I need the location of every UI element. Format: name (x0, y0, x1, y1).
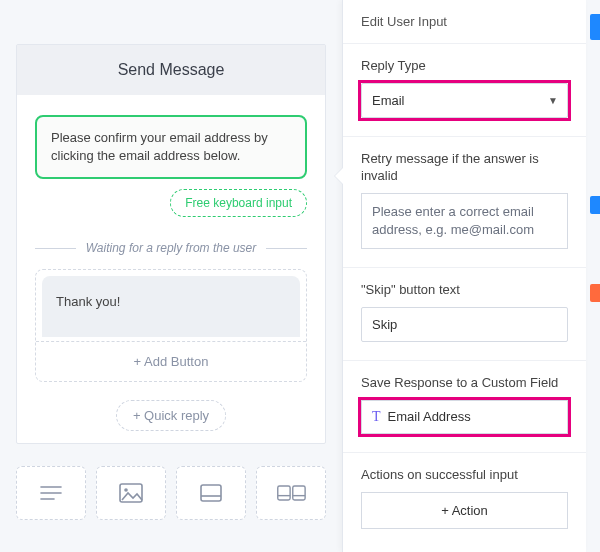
gallery-icon (276, 482, 306, 504)
top-bar (0, 0, 342, 44)
custom-field-select[interactable]: T Email Address (361, 400, 568, 434)
offscreen-badge (590, 284, 600, 302)
thanks-card[interactable]: Thank you! + Add Button (35, 269, 307, 382)
offscreen-badge (590, 196, 600, 214)
add-action-button[interactable]: + Action (361, 492, 568, 529)
skip-text-input[interactable] (361, 307, 568, 342)
reply-type-select[interactable]: Email ▼ (361, 83, 568, 118)
svg-rect-9 (293, 486, 305, 500)
card-icon (198, 482, 224, 504)
custom-field-value: Email Address (388, 409, 471, 424)
thanks-bubble[interactable]: Thank you! (42, 276, 300, 337)
svg-point-4 (124, 489, 128, 493)
add-button[interactable]: + Add Button (36, 341, 306, 381)
free-keyboard-input-chip[interactable]: Free keyboard input (170, 189, 307, 217)
gallery-block-button[interactable] (256, 466, 326, 520)
edit-user-input-panel: Edit User Input Reply Type Email ▼ Retry… (342, 0, 586, 552)
content-toolbar (16, 466, 326, 520)
bot-message-bubble[interactable]: Please confirm your email address by cli… (35, 115, 307, 179)
retry-message-input[interactable]: Please enter a correct email address, e.… (361, 193, 568, 249)
message-canvas: Send Message Please confirm your email a… (16, 44, 326, 444)
image-block-button[interactable] (96, 466, 166, 520)
svg-rect-5 (201, 485, 221, 501)
quick-reply-button[interactable]: + Quick reply (116, 400, 226, 431)
reply-type-label: Reply Type (361, 58, 568, 75)
retry-label: Retry message if the answer is invalid (361, 151, 568, 185)
actions-label: Actions on successful input (361, 467, 568, 484)
skip-label: "Skip" button text (361, 282, 568, 299)
image-icon (118, 482, 144, 504)
offscreen-badge (590, 14, 600, 40)
canvas-title: Send Message (17, 45, 325, 95)
text-type-icon: T (372, 409, 381, 425)
text-lines-icon (38, 482, 64, 504)
card-block-button[interactable] (176, 466, 246, 520)
text-block-button[interactable] (16, 466, 86, 520)
waiting-text: Waiting for a reply from the user (86, 241, 257, 255)
reply-type-value: Email (361, 83, 568, 118)
custom-field-label: Save Response to a Custom Field (361, 375, 568, 392)
svg-rect-7 (278, 486, 290, 500)
waiting-divider: Waiting for a reply from the user (35, 241, 307, 255)
panel-title: Edit User Input (343, 0, 586, 44)
